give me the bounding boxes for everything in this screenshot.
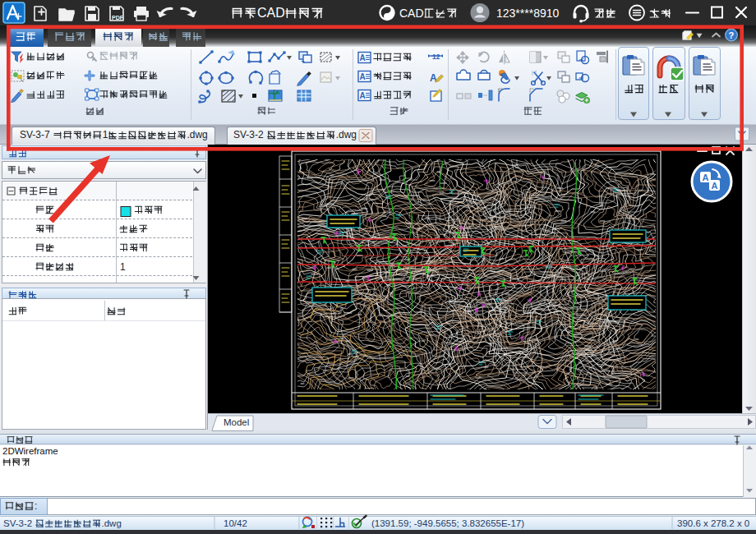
- svg-text:.dwg: .dwg: [187, 129, 207, 140]
- svg-text:PDF: PDF: [112, 15, 124, 21]
- svg-text:SV-3-7: SV-3-7: [20, 129, 50, 140]
- svg-text:SV-3-2: SV-3-2: [3, 518, 32, 528]
- svg-text:A: A: [712, 181, 718, 191]
- svg-text:A: A: [360, 53, 366, 62]
- svg-text:12: 12: [432, 53, 440, 61]
- svg-text::: :: [35, 500, 37, 512]
- svg-text:123****8910: 123****8910: [496, 7, 560, 20]
- svg-text:?: ?: [729, 30, 735, 40]
- svg-text:1: 1: [103, 129, 108, 140]
- svg-text:2DWireframe: 2DWireframe: [2, 446, 58, 456]
- svg-text:1: 1: [120, 261, 126, 273]
- svg-text:(1391.59; -949.5655; 3.832655E: (1391.59; -949.5655; 3.832655E-17): [371, 518, 524, 528]
- svg-text:A: A: [703, 173, 709, 182]
- svg-text:A: A: [360, 91, 366, 100]
- svg-text:A: A: [360, 72, 366, 81]
- svg-text:.dwg: .dwg: [336, 129, 357, 140]
- svg-text:.dwg: .dwg: [102, 518, 122, 528]
- svg-text:10/42: 10/42: [224, 518, 247, 528]
- svg-text:SV-3-2: SV-3-2: [233, 129, 264, 140]
- svg-text:CAD: CAD: [257, 6, 285, 20]
- svg-text:Model: Model: [224, 417, 249, 427]
- svg-text:390.6 x 278.2 x 0: 390.6 x 278.2 x 0: [677, 518, 749, 528]
- svg-text:CAD: CAD: [399, 7, 424, 20]
